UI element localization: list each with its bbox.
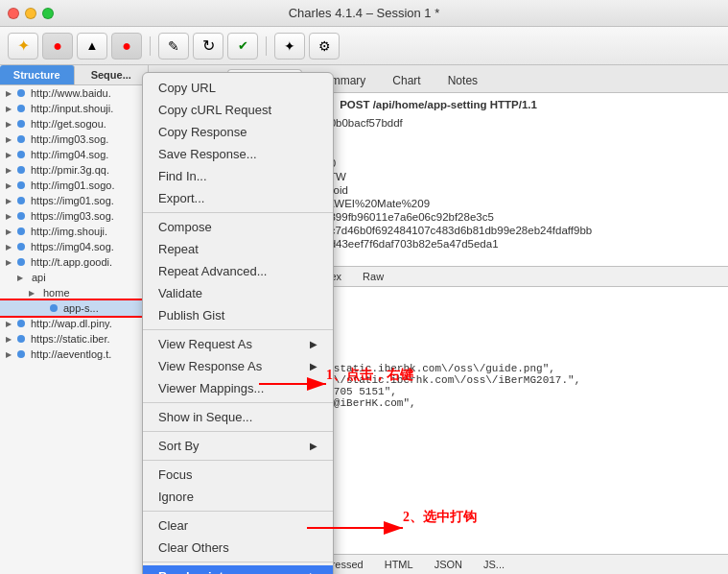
menu-item-copy-curl[interactable]: Copy cURL Request [143,99,333,121]
menu-item-breakpoints[interactable]: Breakpoints▶ [143,565,333,574]
kv-value: 9b1d43eef7f6daf703b82e5a47d5eda1 [307,237,720,251]
menu-item-view-request-as[interactable]: View Request As▶ [143,333,333,355]
kv-value: zh_TW [307,170,720,183]
tree-item-static-iber[interactable]: ▶https://static.iber. [0,331,148,347]
bb-json[interactable]: JSON [425,557,472,572]
menu-item-ignore[interactable]: Ignore [143,486,333,508]
menu-item-sort-by[interactable]: Sort By▶ [143,435,333,457]
tree-item-label: http://img01.sogo. [31,179,114,191]
menu-item-label: View Request As [158,337,252,351]
menu-item-export[interactable]: Export... [143,187,333,209]
tab-structure[interactable]: Structure [0,65,75,84]
menu-item-publish-gist[interactable]: Publish Gist [143,304,333,326]
tree-arrow-icon: ▶ [17,274,27,282]
close-button[interactable] [8,8,19,19]
tree-arrow-icon: ▶ [6,89,15,98]
menu-item-clear-others[interactable]: Clear Others [143,537,333,559]
tree-item-baidu[interactable]: ▶http://www.baidu. [0,85,148,101]
tree-item-home[interactable]: ▶home [0,285,148,300]
sub-raw[interactable]: Raw [353,269,393,284]
tree-item-aeventlog[interactable]: ▶http://aeventlog.t. [0,347,148,362]
menu-item-label: Copy cURL Request [158,103,271,117]
minimize-button[interactable] [25,8,36,19]
tree-arrow-icon: ▶ [6,181,15,190]
tree-dot-icon [17,105,25,112]
tab-chart[interactable]: Chart [380,69,433,92]
tools-btn[interactable]: ✦ [274,33,305,60]
kv-value: 1000 [307,156,720,170]
tree-item-app-setting[interactable]: app-s... [0,300,148,316]
left-panel: Structure Seque... ▶http://www.baidu.▶ht… [0,65,149,574]
tree-item-img01-https[interactable]: ▶https://img01.sog. [0,193,148,208]
refresh-btn[interactable]: ↻ [193,33,223,60]
tab-notes[interactable]: Notes [435,69,490,92]
menu-item-label: Clear Others [158,540,229,555]
menu-item-label: Ignore [158,490,194,504]
tree-item-shouji[interactable]: ▶http://input.shouji. [0,101,148,116]
menu-item-label: Clear [158,518,188,533]
menu-item-label: Breakpoints [158,569,230,574]
tree-arrow-icon: ▶ [6,135,15,144]
menu-item-save-response[interactable]: Save Response... [143,143,333,165]
menu-item-repeat-advanced[interactable]: Repeat Advanced... [143,260,333,282]
tree-item-img04-sogc[interactable]: ▶http://img04.sog. [0,147,148,162]
tree-arrow-icon: ▶ [6,243,15,251]
tree-item-pmir-3g[interactable]: ▶http://pmir.3g.qq. [0,162,148,178]
record-btn[interactable]: ● [42,33,73,60]
menu-item-label: Export... [158,191,204,205]
tree-item-label: app-s... [63,302,99,314]
tree-dot-icon [17,243,25,251]
tree-item-shouji-img[interactable]: ▶http://img.shouji. [0,224,148,239]
tree-item-img01-sogo[interactable]: ▶http://img01.sogo. [0,178,148,193]
tree-item-label: http://aeventlog.t. [31,348,111,360]
kv-value: android [307,183,720,197]
tree-item-label: http://pmir.3g.qq. [31,164,109,176]
tree-arrow-icon: ▶ [6,212,15,221]
pointer-btn[interactable]: ✦ [8,33,38,60]
tree-arrow-icon: ▶ [6,166,15,175]
tree-arrow-icon: ▶ [6,320,15,328]
tree-arrow-icon: ▶ [6,335,15,344]
tree-item-get-sogou[interactable]: ▶http://get.sogou. [0,116,148,132]
maximize-button[interactable] [42,8,54,19]
tree-dot-icon [17,258,25,266]
menu-item-label: Compose [158,220,212,234]
tree-item-label: https://img04.sog. [31,241,114,252]
submenu-arrow-icon: ▶ [310,339,317,349]
menu-item-find-in[interactable]: Find In... [143,165,333,187]
throttle-btn[interactable]: ▲ [77,33,107,60]
tree-item-wap-dlpiny[interactable]: ▶http://wap.dl.piny. [0,316,148,331]
record2-btn[interactable]: ● [111,33,142,60]
menu-item-label: Show in Seque... [158,410,252,424]
menu-item-clear[interactable]: Clear [143,514,333,537]
tree-item-api[interactable]: ▶api [0,270,148,285]
tab-sequence[interactable]: Seque... [75,65,149,84]
kv-value: 001 [307,143,720,156]
menu-item-show-in-seque[interactable]: Show in Seque... [143,406,333,428]
kv-value: 106 [307,130,720,143]
settings-btn[interactable]: ⚙ [309,33,340,60]
tree-item-img04-https[interactable]: ▶https://img04.sog. [0,239,148,254]
menu-item-copy-response[interactable]: Copy Response [143,121,333,143]
arrow-1-icon [259,374,336,394]
check-btn[interactable]: ✔ [227,33,258,60]
tree-item-tapp-goodi[interactable]: ▶http://t.app.goodi. [0,254,148,270]
bb-js[interactable]: JS... [474,557,514,572]
tree-item-img03-sogc[interactable]: ▶http://img03.sog. [0,132,148,147]
tree-item-label: http://t.app.goodi. [31,256,112,268]
menu-item-label: Sort By [158,439,200,453]
menu-item-repeat[interactable]: Repeat [143,238,333,260]
tree-item-img03-https[interactable]: ▶https://img03.sog. [0,208,148,224]
pencil-btn[interactable]: ✎ [158,33,189,60]
tree-arrow-icon: ▶ [6,151,15,159]
menu-item-focus[interactable]: Focus [143,464,333,486]
bb-html[interactable]: HTML [375,557,423,572]
kv-value: ff37399fb96011e7a6e06c92bf28e3c5 [307,210,720,224]
menu-item-validate[interactable]: Validate [143,282,333,304]
tree-item-label: http://get.sogou. [31,118,106,130]
menu-separator [143,402,333,403]
submenu-arrow-icon: ▶ [310,441,317,451]
menu-item-copy-url[interactable]: Copy URL [143,77,333,99]
submenu-arrow-icon: ▶ [310,361,317,371]
menu-item-compose[interactable]: Compose [143,216,333,238]
